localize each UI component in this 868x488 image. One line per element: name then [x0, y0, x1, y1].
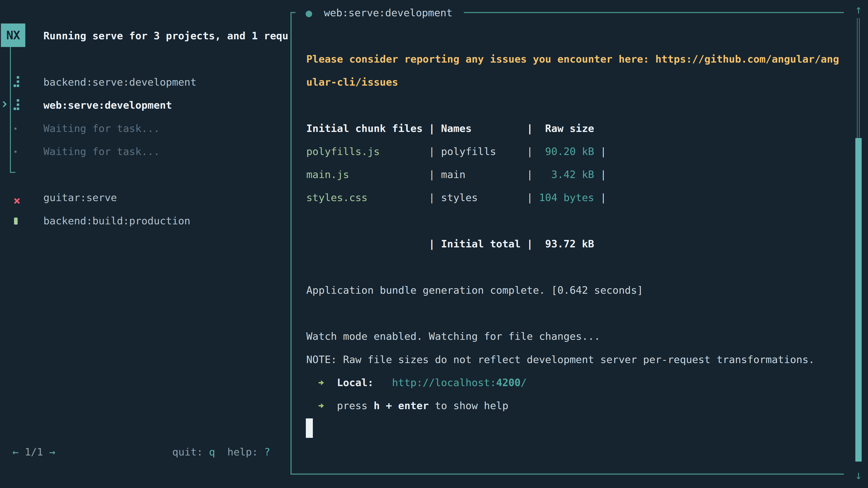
task-label: web:serve:development: [43, 94, 172, 117]
warning-text: Please consider reporting any issues you…: [306, 53, 839, 65]
bundle-complete-line: Application bundle generation complete. …: [306, 279, 643, 302]
prev-page-arrow[interactable]: ←: [12, 446, 19, 458]
task-list-pagination: ← 1/1 →: [12, 441, 55, 464]
terminal-cursor: [306, 418, 313, 438]
gap: [374, 377, 392, 389]
warning-text: ular-cli/issues: [306, 76, 398, 88]
nx-logo-text: NX: [6, 29, 20, 42]
task-group-bracket-foot: [10, 172, 16, 173]
task-label: backend:serve:development: [43, 71, 196, 94]
quit-key: q: [209, 446, 215, 458]
local-url-slash: /: [521, 377, 527, 389]
chunk-table-header: Initial chunk files | Names | Raw size: [306, 117, 594, 140]
selected-task-pointer-icon: [0, 101, 7, 107]
local-port: 4200: [496, 377, 521, 389]
panel-border-bottom: [290, 474, 844, 475]
spacer: [215, 446, 227, 458]
task-label: Waiting for task...: [43, 117, 160, 140]
chunk-file: main.js: [306, 168, 429, 181]
chunk-table-row-polyfills: polyfills.js | polyfills | 90.20 kB |: [306, 140, 607, 163]
pipe: |: [594, 192, 606, 203]
chunk-table-total: | Initial total | 93.72 kB: [306, 232, 594, 256]
indent: [306, 400, 318, 412]
sidebar-title: Running serve for 3 projects, and 1 requ: [43, 24, 288, 47]
page-indicator: 1/1: [19, 446, 49, 458]
task-sidebar: NX Running serve for 3 projects, and 1 r…: [0, 0, 289, 488]
scroll-down-arrow-icon[interactable]: ↓: [852, 464, 865, 487]
local-label: Local:: [337, 377, 374, 389]
panel-border-top: [464, 12, 844, 13]
issue-report-line-2: ular-cli/issues: [306, 71, 398, 94]
initial-total: | Initial total | 93.72 kB: [306, 238, 594, 250]
task-row-guitar-serve[interactable]: guitar:serve: [0, 186, 289, 209]
task-label: Waiting for task...: [43, 140, 160, 163]
square-icon: [13, 209, 21, 232]
keyboard-shortcuts: quit: q help: ?: [172, 441, 270, 464]
task-running-bullet-icon: ●: [306, 1, 312, 24]
note-text: NOTE: Raw file sizes do not reflect deve…: [306, 354, 815, 365]
watch-mode-line: Watch mode enabled. Watching for file ch…: [306, 325, 600, 348]
chunk-table-row-main: main.js | main | 3.42 kB |: [306, 163, 607, 186]
arrow-right-icon: [318, 394, 324, 417]
task-row-waiting-for-task-[interactable]: Waiting for task...: [0, 117, 289, 140]
local-url-line: Local: http://localhost:4200/: [306, 371, 527, 394]
panel-title: web:serve:development: [324, 1, 453, 24]
next-page-arrow[interactable]: →: [49, 446, 55, 458]
task-label: guitar:serve: [43, 186, 117, 209]
dot-icon: [13, 117, 21, 140]
hint-text: to show help: [429, 400, 508, 412]
gap: [324, 400, 337, 412]
nx-logo: NX: [1, 24, 25, 47]
task-row-waiting-for-task-[interactable]: Waiting for task...: [0, 140, 289, 163]
chunk-name: | main |: [429, 168, 539, 181]
arrow-right-icon: [318, 371, 324, 394]
help-hint-line: press h + enter to show help: [306, 394, 508, 417]
help-label: help:: [227, 446, 264, 458]
issue-report-line-1: Please consider reporting any issues you…: [306, 48, 839, 71]
hint-text: press: [337, 400, 374, 412]
task-row-web-serve-development[interactable]: web:serve:development: [0, 94, 289, 117]
chunk-size: 90.20 kB: [539, 145, 594, 158]
pipe: |: [594, 145, 606, 158]
chunk-file: styles.css: [306, 192, 429, 203]
status-text: Application bundle generation complete. …: [306, 284, 643, 296]
pipe: |: [594, 168, 606, 181]
chunk-file: polyfills.js: [306, 145, 429, 158]
scrollbar-thumb[interactable]: [855, 138, 862, 462]
indent: [306, 377, 318, 389]
panel-border-left: [290, 12, 291, 475]
chunk-table-row-styles: styles.css | styles | 104 bytes |: [306, 186, 607, 209]
scrollbar-track[interactable]: [857, 18, 860, 138]
note-line: NOTE: Raw file sizes do not reflect deve…: [306, 348, 815, 371]
task-row-backend-build-production[interactable]: backend:build:production: [0, 209, 289, 232]
quit-label: quit:: [172, 446, 209, 458]
chunk-name: | polyfills |: [429, 145, 539, 158]
cross-icon: [13, 186, 21, 209]
spinner-icon: [13, 71, 21, 94]
table-header: Initial chunk files | Names | Raw size: [306, 123, 594, 134]
dot-icon: [13, 140, 21, 163]
chunk-name: | styles |: [429, 192, 539, 203]
status-text: Watch mode enabled. Watching for file ch…: [306, 330, 600, 342]
chunk-size: 3.42 kB: [539, 168, 594, 181]
nx-tui-screen: NX Running serve for 3 projects, and 1 r…: [0, 0, 868, 488]
hint-keys: h + enter: [374, 400, 429, 412]
help-key: ?: [264, 446, 270, 458]
gap: [324, 377, 337, 389]
task-row-backend-serve-development[interactable]: backend:serve:development: [0, 71, 289, 94]
chunk-size: 104 bytes: [539, 192, 594, 203]
task-label: backend:build:production: [43, 209, 190, 232]
local-url: http://localhost:: [392, 377, 496, 389]
spinner-icon: [13, 94, 21, 117]
